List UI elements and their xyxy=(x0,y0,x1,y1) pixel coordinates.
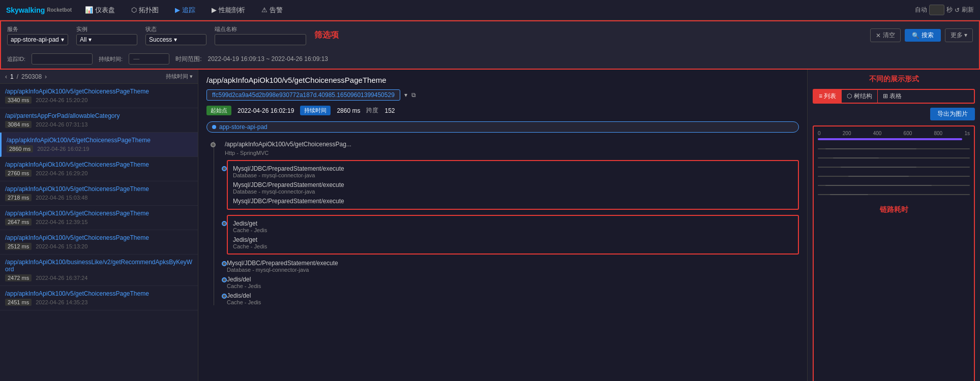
service-value: app-store-api-pad xyxy=(11,36,59,43)
nav-topology[interactable]: ⬡ 拓扑图 xyxy=(128,6,162,15)
filter-status-group: 状态 Success ▾ xyxy=(145,25,206,45)
cache-node-1: Jedis/get Cache - Jedis xyxy=(233,220,793,233)
center-panel: /app/apkInfoApiOk100/v5/getChoicenessPag… xyxy=(198,70,807,381)
status-label: 状态 xyxy=(145,25,206,33)
timeline-header: 0 200 400 600 800 1s xyxy=(818,131,970,136)
trace-time: 2022-04-26 16:29:20 xyxy=(36,170,87,176)
timeline-row-6 xyxy=(818,194,970,195)
refresh-seconds-input[interactable]: 6 xyxy=(929,5,944,15)
cache-node-2-sub: Cache - Jedis xyxy=(233,243,793,249)
trace-url: /app/apkInfoApiOk100/v5/getChoicenessPag… xyxy=(5,161,193,168)
trace-ms: 2760 ms xyxy=(5,170,32,177)
trace-item[interactable]: /app/apkInfoApiOk100/v5/getChoicenessPag… xyxy=(0,230,198,255)
trace-id-dropdown-icon[interactable]: ▾ xyxy=(404,91,407,99)
trace-item[interactable]: /app/apkInfoApiOk100/v5/getChoicenessPag… xyxy=(0,157,198,181)
trace-item[interactable]: /app/apkInfoApiOk100/v5/getChoicenessPag… xyxy=(0,286,198,310)
root-url: /app/apkInfoApiOk100/v5/getChoicenessPag… xyxy=(225,141,351,148)
current-page: 1 xyxy=(10,73,14,80)
copy-icon[interactable]: ⧉ xyxy=(411,91,416,99)
trace-id-value: ffc599d2ca9a45d2b998e930772a187d.40985.1… xyxy=(206,89,400,101)
timeline-row-1 xyxy=(818,148,970,149)
start-value: 2022-04-26 16:02:19 xyxy=(237,107,294,114)
clear-icon: ✕ xyxy=(876,32,881,39)
service-dropdown-icon: ▾ xyxy=(61,36,64,43)
timeline-row-2 xyxy=(818,157,970,158)
trace-url: /app/apkInfoApiOk100/v5/getChoicenessPag… xyxy=(5,88,193,95)
service-dot xyxy=(212,125,216,129)
instance-label: 实例 xyxy=(76,25,137,33)
trace-ms: 3340 ms xyxy=(5,97,32,104)
trace-id-input[interactable] xyxy=(32,53,93,65)
nav-dashboard[interactable]: 📊 仪表盘 xyxy=(82,6,118,15)
refresh-label[interactable]: 刷新 xyxy=(962,6,974,14)
trace-nav-icon: ▶ xyxy=(175,6,180,14)
extra-node-1-sub: Database - mysql-connector-java xyxy=(227,267,799,273)
timeline-label-400: 400 xyxy=(873,131,882,136)
trace-list: /app/apkInfoApiOk100/v5/getChoicenessPag… xyxy=(0,84,198,381)
next-page-button[interactable]: › xyxy=(45,73,47,80)
trace-meta: 2760 ms2022-04-26 16:29:20 xyxy=(5,170,193,177)
filter-bar: 服务 app-store-api-pad ▾ 实例 All ▾ 状态 Succe… xyxy=(0,20,980,70)
search-button[interactable]: 🔍 搜索 xyxy=(905,29,941,42)
logo-name: Skywalking xyxy=(6,6,45,14)
timeline-label-200: 200 xyxy=(843,131,851,136)
instance-select[interactable]: All ▾ xyxy=(76,34,137,45)
span-value: 152 xyxy=(384,107,395,114)
duration-input[interactable] xyxy=(129,53,169,65)
service-tag: app-store-api-pad xyxy=(206,121,799,133)
trace-item[interactable]: /app/apkInfoApiOk100/businessLike/v2/get… xyxy=(0,255,198,286)
db-node-2: Mysql/JDBC/PreparedStatement/execute Dat… xyxy=(233,181,793,195)
seconds-unit: 秒 xyxy=(946,6,953,14)
trace-url: /app/apkInfoApiOk100/v5/getChoicenessPag… xyxy=(5,210,193,217)
logo-sub: Rocketbot xyxy=(47,7,72,13)
timeline-label-0: 0 xyxy=(818,131,821,136)
time-range-value: 2022-04-19 16:09:13 ~ 2022-04-26 16:09:1… xyxy=(207,55,328,62)
timeline-row-5 xyxy=(818,185,970,186)
view-list-button[interactable]: ≡ 列表 xyxy=(814,90,841,103)
trace-item[interactable]: /app/apkInfoApiOk100/v5/getChoicenessPag… xyxy=(0,133,198,157)
status-select[interactable]: Success ▾ xyxy=(145,34,206,45)
nav-trace[interactable]: ▶ 追踪 xyxy=(172,6,198,15)
main: ‹ 1 / 250308 › 持续时间 ▾ /app/apkInfoApiOk1… xyxy=(0,70,980,381)
topology-icon: ⬡ xyxy=(131,6,137,14)
start-badge: 起始点 xyxy=(206,106,231,115)
trace-title: /app/apkInfoApiOk100/v5/getChoicenessPag… xyxy=(206,76,799,84)
trace-ms: 2472 ms xyxy=(5,274,32,281)
export-button[interactable]: 导出为图片 xyxy=(930,108,975,120)
trace-item[interactable]: /api/parentsAppForPad/allowableCategory3… xyxy=(0,108,198,133)
clear-button[interactable]: ✕ 清空 xyxy=(870,28,901,42)
instance-value: All xyxy=(80,36,86,43)
more-button[interactable]: 更多 ▾ xyxy=(945,28,973,42)
nav-profiling[interactable]: ▶ 性能剖析 xyxy=(209,6,248,15)
trace-url: /app/apkInfoApiOk100/v5/getChoicenessPag… xyxy=(5,185,193,193)
db-node-2-sub: Database - mysql-connector-java xyxy=(233,188,793,195)
trace-ms: 3084 ms xyxy=(5,121,32,128)
view-toggle: ≡ 列表 ⬡ 树结构 ⊞ 表格 xyxy=(813,89,975,104)
view-tree-button[interactable]: ⬡ 树结构 xyxy=(841,90,877,103)
view-table-button[interactable]: ⊞ 表格 xyxy=(877,90,907,103)
refresh-icon[interactable]: ↺ xyxy=(955,7,960,14)
trace-ms: 2451 ms xyxy=(5,299,32,306)
trace-item[interactable]: /app/apkInfoApiOk100/v5/getChoicenessPag… xyxy=(0,181,198,206)
trace-url: /app/apkInfoApiOk100/v5/getChoicenessPag… xyxy=(5,234,193,241)
nav-alert[interactable]: ⚠ 告警 xyxy=(258,6,286,15)
trace-meta: 2472 ms2022-04-26 16:37:24 xyxy=(5,274,193,281)
service-select[interactable]: app-store-api-pad ▾ xyxy=(7,34,68,45)
prev-page-button[interactable]: ‹ xyxy=(5,73,7,80)
db-node-2-label: Mysql/JDBC/PreparedStatement/execute xyxy=(233,181,793,188)
endpoint-label: 端点名称 xyxy=(215,25,306,33)
clear-label: 清空 xyxy=(883,31,895,40)
trace-info-bar: 起始点 2022-04-26 16:02:19 持续时间 2860 ms 跨度 … xyxy=(206,106,799,115)
pagination: ‹ 1 / 250308 › xyxy=(5,73,47,80)
timeline-row-4 xyxy=(818,176,970,177)
chain-label: 链路耗时 xyxy=(818,205,970,214)
trace-item[interactable]: /app/apkInfoApiOk100/v5/getChoicenessPag… xyxy=(0,84,198,108)
trace-item[interactable]: /app/apkInfoApiOk100/v5/getChoicenessPag… xyxy=(0,206,198,230)
timeline-label-600: 600 xyxy=(904,131,912,136)
trace-time: 2022-04-26 12:39:15 xyxy=(36,219,87,225)
cache-node-1-sub: Cache - Jedis xyxy=(233,227,793,233)
sort-button[interactable]: 持续时间 ▾ xyxy=(166,73,193,80)
endpoint-input[interactable] xyxy=(215,34,306,45)
extra-node-2-label: Jedis/del xyxy=(227,276,799,283)
trace-url: /app/apkInfoApiOk100/v5/getChoicenessPag… xyxy=(7,137,193,144)
